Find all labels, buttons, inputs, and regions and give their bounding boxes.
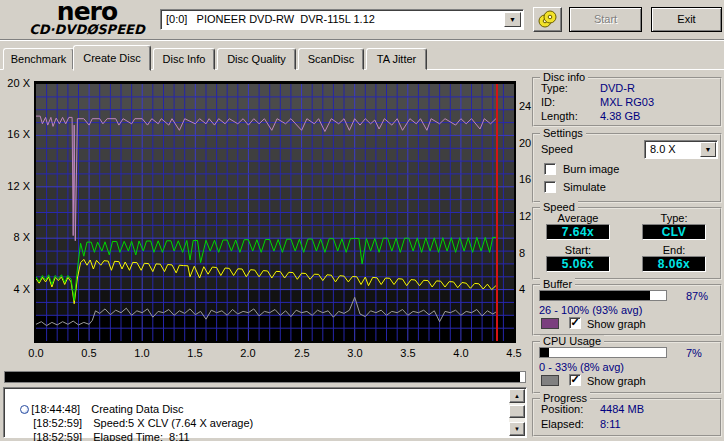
buffer-percent: 87% <box>686 290 708 302</box>
cpu-percent: 7% <box>686 347 702 359</box>
cpu-bar-fill <box>540 348 549 357</box>
tab-disc-quality[interactable]: Disc Quality <box>217 48 296 70</box>
scroll-down-button[interactable]: ▼ <box>509 422 525 436</box>
burn-progress-fill <box>5 372 520 382</box>
speed-chart-plot <box>34 81 516 343</box>
x-axis-tick: 1.0 <box>126 347 158 359</box>
log-scrollbar[interactable]: ▲ ▼ <box>509 389 525 436</box>
buffer-series-swatch <box>541 318 559 329</box>
logo-line1: nero <box>12 1 162 23</box>
log-time: [18:52:59] <box>33 431 93 441</box>
y-axis-left-tick: 4 X <box>0 283 30 295</box>
x-axis-tick: 3.5 <box>392 347 424 359</box>
cpu-usage-group: CPU Usage 7% 0 - 33% (8% avg) ✓ Show gra… <box>532 341 722 394</box>
x-axis-tick: 0.5 <box>73 347 105 359</box>
drive-selector-value: [0:0] PIONEER DVD-RW DVR-115L 1.12 <box>166 13 375 25</box>
x-axis-tick: 1.5 <box>179 347 211 359</box>
progress-elapsed-label: Elapsed: <box>541 418 584 430</box>
start-button[interactable]: Start <box>569 7 642 32</box>
simulate-label: Simulate <box>563 181 606 193</box>
chevron-down-icon[interactable]: ▼ <box>700 142 716 157</box>
exit-button[interactable]: Exit <box>651 7 722 32</box>
settings-group: Settings Speed 8.0 X ▼ ✓ Burn image ✓ Si… <box>532 133 722 203</box>
nero-logo: nero CD·DVDØSPEED <box>12 1 162 36</box>
disc-type-value: DVD-R <box>600 82 635 94</box>
x-axis-tick: 4.0 <box>445 347 477 359</box>
cpu-show-graph-checkbox[interactable]: ✓ <box>569 374 581 386</box>
speed-average-label: Average <box>546 212 610 224</box>
cpu-usage-title: CPU Usage <box>540 335 604 347</box>
progress-group: Progress Position: 4484 MB Elapsed: 8:11 <box>532 398 722 437</box>
speed-start-label: Start: <box>546 244 610 256</box>
speed-average-value: 7.64x <box>546 224 610 240</box>
speed-select-value: 8.0 X <box>650 143 676 155</box>
y-axis-left-tick: 20 X <box>0 77 30 89</box>
buffer-bar-fill <box>540 291 650 300</box>
speed-group: Speed Average Type: 7.64x CLV Start: End… <box>532 207 722 280</box>
burn-image-checkbox[interactable]: ✓ <box>544 163 556 175</box>
buffer-show-graph-label: Show graph <box>587 318 646 330</box>
speed-start-value: 5.06x <box>546 256 610 272</box>
speed-end-value: 8.06x <box>642 256 706 272</box>
discs-icon <box>534 8 561 31</box>
tab-ta-jitter[interactable]: TA Jitter <box>366 48 427 70</box>
disc-id-label: ID: <box>541 96 555 108</box>
burn-progress-bar <box>4 371 526 383</box>
speed-chart-canvas <box>36 84 514 341</box>
disc-length-value: 4.38 GB <box>600 110 640 122</box>
progress-position-value: 4484 MB <box>600 403 644 415</box>
scroll-up-button[interactable]: ▲ <box>509 389 525 403</box>
chevron-down-icon[interactable]: ▼ <box>504 12 521 27</box>
tab-scandisc[interactable]: ScanDisc <box>298 48 364 70</box>
simulate-checkbox[interactable]: ✓ <box>544 181 556 193</box>
x-axis-tick: 4.5 <box>498 347 530 359</box>
status-log[interactable]: [18:44:48]Creating Data Disc [18:52:59]S… <box>3 387 527 438</box>
speed-end-label: End: <box>642 244 706 256</box>
log-line: [18:52:59]Elapsed Time: 8:11 <box>21 419 190 433</box>
log-text: Elapsed Time: 8:11 <box>93 431 189 441</box>
tab-create-disc[interactable]: Create Disc <box>73 45 151 71</box>
buffer-bar <box>539 290 667 301</box>
progress-position-label: Position: <box>541 403 583 415</box>
speed-select-label: Speed <box>541 143 573 155</box>
disc-info-group: Disc info Type: DVD-R ID: MXL RG03 Lengt… <box>532 77 722 127</box>
y-axis-left-tick: 12 X <box>0 180 30 192</box>
tab-benchmark[interactable]: Benchmark <box>3 48 74 70</box>
speed-type-label: Type: <box>642 212 706 224</box>
speed-type-value: CLV <box>642 224 706 240</box>
buffer-title: Buffer <box>540 278 575 290</box>
x-axis-tick: 2.5 <box>286 347 318 359</box>
x-axis-tick: 0.0 <box>20 347 52 359</box>
logo-line2: CD·DVDØSPEED <box>12 23 162 36</box>
log-line: [18:44:48]Creating Data Disc <box>8 391 184 405</box>
buffer-group: Buffer 87% 26 - 100% (93% avg) ✓ Show gr… <box>532 284 722 336</box>
drive-selector[interactable]: [0:0] PIONEER DVD-RW DVR-115L 1.12 ▼ <box>160 9 524 30</box>
settings-title: Settings <box>540 127 586 139</box>
y-axis-left-tick: 16 X <box>0 128 30 140</box>
speed-select[interactable]: 8.0 X ▼ <box>644 140 718 159</box>
x-axis-tick: 2.0 <box>232 347 264 359</box>
cpu-series-swatch <box>541 375 559 386</box>
toolbar-separator <box>0 39 724 41</box>
scroll-thumb[interactable] <box>509 405 525 418</box>
drives-button[interactable] <box>533 7 562 32</box>
y-axis-left-tick: 8 X <box>0 231 30 243</box>
buffer-show-graph-checkbox[interactable]: ✓ <box>569 317 581 329</box>
progress-elapsed-value: 8:11 <box>600 418 621 430</box>
disc-type-label: Type: <box>541 82 568 94</box>
log-line: [18:52:59]Speed:5 X CLV (7.64 X average) <box>21 405 253 419</box>
disc-length-label: Length: <box>541 110 578 122</box>
x-axis-tick: 3.0 <box>339 347 371 359</box>
disc-id-value: MXL RG03 <box>600 96 654 108</box>
cpu-range: 0 - 33% (8% avg) <box>539 361 624 373</box>
burn-image-label: Burn image <box>563 163 619 175</box>
tab-disc-info[interactable]: Disc Info <box>153 48 215 70</box>
cpu-show-graph-label: Show graph <box>587 375 646 387</box>
buffer-range: 26 - 100% (93% avg) <box>539 304 642 316</box>
cpu-bar <box>539 347 667 358</box>
